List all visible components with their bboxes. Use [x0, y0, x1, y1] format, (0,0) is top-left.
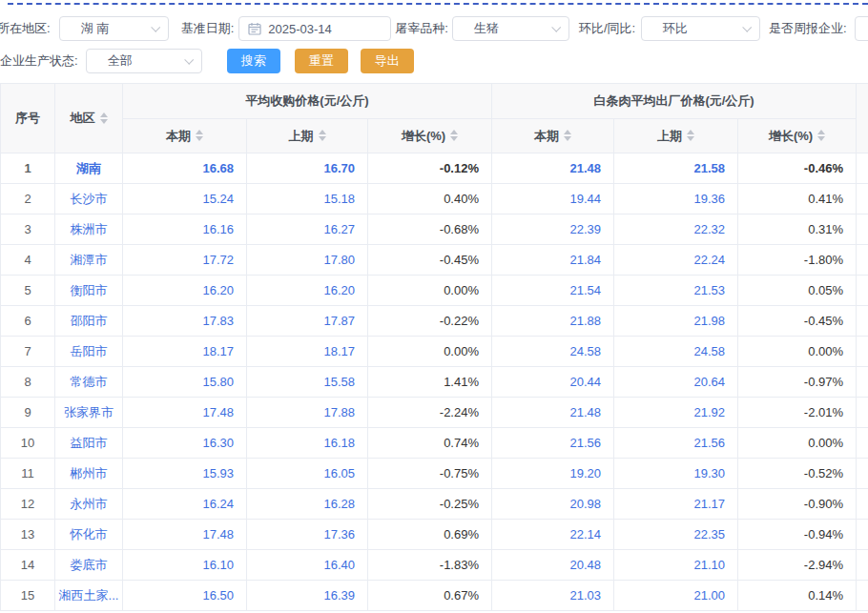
- cell-carcass-current[interactable]: 21.56: [492, 428, 614, 459]
- header-buy-previous[interactable]: 上期: [247, 119, 368, 153]
- sort-icon[interactable]: [319, 130, 326, 141]
- cell-carcass-previous[interactable]: 20.64: [614, 367, 738, 398]
- cell-carcass-current[interactable]: 22.39: [492, 215, 614, 245]
- cell-buy-current[interactable]: 17.83: [123, 306, 247, 337]
- cell-buy-current[interactable]: 15.80: [123, 367, 247, 398]
- cell-carcass-previous[interactable]: 21.92: [614, 398, 738, 428]
- cell-carcass-current[interactable]: 21.48: [492, 398, 614, 428]
- cell-buy-previous[interactable]: 16.05: [247, 459, 368, 489]
- sort-icon[interactable]: [817, 130, 825, 141]
- cell-buy-current[interactable]: 16.10: [123, 550, 247, 581]
- cell-carcass-previous[interactable]: 21.17: [614, 489, 738, 520]
- cell-buy-previous[interactable]: 16.28: [247, 489, 368, 520]
- cell-buy-current[interactable]: 16.16: [123, 215, 247, 245]
- cell-carcass-previous[interactable]: 19.36: [614, 184, 738, 215]
- cell-buy-previous[interactable]: 17.87: [247, 306, 368, 337]
- cell-buy-current[interactable]: 17.48: [123, 398, 247, 428]
- search-button[interactable]: 搜索: [227, 49, 280, 73]
- cell-buy-previous[interactable]: 16.39: [247, 581, 368, 611]
- cell-buy-previous[interactable]: 15.18: [247, 184, 368, 215]
- species-select[interactable]: 生猪: [452, 16, 569, 41]
- header-carcass-current[interactable]: 本期: [492, 119, 614, 153]
- cell-buy-previous[interactable]: 16.20: [247, 276, 368, 306]
- cell-buy-current[interactable]: 15.93: [123, 459, 247, 489]
- cell-region[interactable]: 衡阳市: [55, 276, 123, 306]
- cell-carcass-current[interactable]: 20.44: [492, 367, 614, 398]
- cell-buy-previous[interactable]: 18.17: [247, 337, 368, 367]
- cell-buy-previous[interactable]: 17.80: [247, 245, 368, 276]
- cell-region[interactable]: 湘西土家...: [55, 581, 123, 611]
- cell-buy-current[interactable]: 17.72: [123, 245, 247, 276]
- cell-carcass-previous[interactable]: 21.00: [614, 581, 738, 611]
- sort-icon[interactable]: [687, 130, 694, 141]
- cell-region[interactable]: 岳阳市: [55, 337, 123, 367]
- sort-icon[interactable]: [100, 112, 108, 124]
- header-buy-current[interactable]: 本期: [123, 119, 247, 153]
- cell-carcass-current[interactable]: 19.20: [492, 459, 614, 489]
- cell-region[interactable]: 长沙市: [55, 184, 123, 215]
- status-select[interactable]: 全部: [86, 49, 202, 73]
- cell-region[interactable]: 张家界市: [55, 398, 123, 428]
- cell-buy-current[interactable]: 15.24: [123, 184, 247, 215]
- cell-region[interactable]: 娄底市: [55, 550, 123, 581]
- cell-region[interactable]: 常德市: [55, 367, 123, 398]
- reset-button[interactable]: 重置: [295, 49, 348, 73]
- sort-icon[interactable]: [450, 130, 458, 141]
- cell-region[interactable]: 永州市: [55, 489, 123, 520]
- cell-region[interactable]: 湘潭市: [55, 245, 123, 276]
- cell-carcass-previous[interactable]: 22.35: [614, 520, 738, 550]
- cell-buy-previous[interactable]: 16.18: [247, 428, 368, 459]
- cell-carcass-previous[interactable]: 21.98: [614, 306, 738, 337]
- status-select-value: 全部: [87, 52, 133, 70]
- cell-carcass-previous[interactable]: 21.58: [614, 153, 738, 184]
- cell-carcass-growth: 0.00%: [738, 428, 857, 459]
- cell-buy-current[interactable]: 17.48: [123, 520, 247, 550]
- export-button[interactable]: 导出: [361, 49, 414, 73]
- cell-buy-current[interactable]: 16.50: [123, 581, 247, 611]
- cell-region[interactable]: 怀化市: [55, 520, 123, 550]
- cell-region[interactable]: 郴州市: [55, 459, 123, 489]
- header-region[interactable]: 地区: [55, 84, 123, 153]
- cell-carcass-previous[interactable]: 24.58: [614, 337, 738, 367]
- weekly-select[interactable]: 是: [855, 16, 868, 41]
- cell-region[interactable]: 湖南: [55, 153, 123, 184]
- cell-buy-previous[interactable]: 16.70: [247, 153, 368, 184]
- cell-carcass-previous[interactable]: 22.32: [614, 215, 738, 245]
- cell-region[interactable]: 邵阳市: [55, 306, 123, 337]
- cell-buy-previous[interactable]: 16.40: [247, 550, 368, 581]
- sort-icon[interactable]: [564, 130, 571, 141]
- cell-carcass-current[interactable]: 21.48: [492, 153, 614, 184]
- compare-select[interactable]: 环比: [641, 16, 760, 41]
- cell-carcass-previous[interactable]: 19.30: [614, 459, 738, 489]
- cell-buy-current[interactable]: 16.68: [123, 153, 247, 184]
- cell-buy-current[interactable]: 18.17: [123, 337, 247, 367]
- cell-carcass-current[interactable]: 21.88: [492, 306, 614, 337]
- cell-carcass-current[interactable]: 19.44: [492, 184, 614, 215]
- cell-buy-current[interactable]: 16.30: [123, 428, 247, 459]
- cell-buy-current[interactable]: 16.20: [123, 276, 247, 306]
- cell-region[interactable]: 株洲市: [55, 215, 123, 245]
- cell-carcass-current[interactable]: 21.54: [492, 276, 614, 306]
- cell-buy-current[interactable]: 16.24: [123, 489, 247, 520]
- sort-icon[interactable]: [196, 130, 203, 141]
- header-buy-growth[interactable]: 增长(%): [368, 119, 492, 153]
- cell-carcass-previous[interactable]: 22.24: [614, 245, 738, 276]
- base-date-input[interactable]: 2025-03-14: [238, 16, 391, 41]
- cell-carcass-current[interactable]: 24.58: [492, 337, 614, 367]
- cell-buy-previous[interactable]: 17.88: [247, 398, 368, 428]
- header-carcass-previous[interactable]: 上期: [614, 119, 738, 153]
- cell-carcass-current[interactable]: 22.14: [492, 520, 614, 550]
- cell-carcass-previous[interactable]: 21.53: [614, 276, 738, 306]
- cell-buy-previous[interactable]: 15.58: [247, 367, 368, 398]
- cell-region[interactable]: 益阳市: [55, 428, 123, 459]
- header-carcass-growth[interactable]: 增长(%): [738, 119, 857, 153]
- cell-carcass-current[interactable]: 21.84: [492, 245, 614, 276]
- region-select[interactable]: 湖 南: [59, 16, 169, 41]
- cell-carcass-current[interactable]: 20.98: [492, 489, 614, 520]
- cell-carcass-previous[interactable]: 21.10: [614, 550, 738, 581]
- cell-carcass-current[interactable]: 20.48: [492, 550, 614, 581]
- cell-carcass-previous[interactable]: 21.56: [614, 428, 738, 459]
- cell-carcass-current[interactable]: 21.03: [492, 581, 614, 611]
- cell-buy-previous[interactable]: 17.36: [247, 520, 368, 550]
- cell-buy-previous[interactable]: 16.27: [247, 215, 368, 245]
